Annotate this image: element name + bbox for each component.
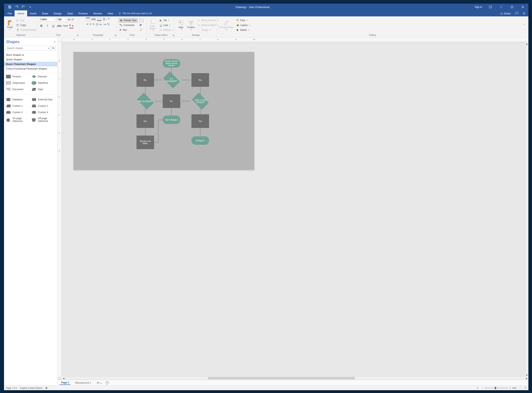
more-shapes[interactable]: More Shapes▶ [4,53,57,57]
shape-process-yes1[interactable]: Yes. [191,73,209,87]
drawing-page[interactable]: Should I put this battery into the charg… [73,52,254,170]
save-button[interactable] [8,5,12,9]
comments-button[interactable] [514,10,520,16]
quick-styles-button[interactable]: Quick Styles▾ [149,18,157,32]
connector[interactable] [171,68,172,73]
search-button[interactable] [51,46,56,51]
rotate-text[interactable]: ↻ [107,22,110,26]
delete-x-icon[interactable]: ✕ [139,23,143,27]
search-dropdown[interactable]: ▾ [47,46,50,51]
switch-windows-button[interactable]: ❐ [524,387,526,389]
shape-data[interactable]: Data [32,88,56,91]
tab-file[interactable]: File [5,10,15,16]
pointer-tool[interactable]: Pointer Tool [119,18,138,23]
collapse-shapes-pane[interactable]: < [54,40,55,43]
tab-design[interactable]: Design [51,10,64,16]
shape-terminator-start[interactable]: Should I put this battery into the charg… [163,59,180,68]
zoom-in-button[interactable]: + [509,386,511,390]
font-name-combo[interactable]: Calibri▾ [39,17,56,22]
connector[interactable] [145,108,146,114]
cut-button[interactable]: Cut [16,18,37,23]
effects-button[interactable]: Effects▾ [159,28,174,32]
shape-decision[interactable]: Decision [32,75,56,78]
edit-tool-icon[interactable] [139,28,142,31]
connector[interactable] [158,120,163,120]
redo-button[interactable] [21,5,26,9]
shape-subprocess[interactable]: Subprocess [6,81,30,85]
shape-process-no1[interactable]: No. [137,73,154,87]
underline-button[interactable]: U [51,24,56,28]
shape-custom-3[interactable]: Custom 3 [6,111,30,114]
stencil-basic-flowchart[interactable]: Basic Flowchart Shapes [4,62,57,66]
undo-button[interactable] [15,5,19,9]
maximize-button[interactable] [508,4,516,10]
font-color-button[interactable]: A▾ [69,24,73,28]
scroll-down[interactable]: ▾ [525,373,528,377]
add-page-button[interactable]: + [106,381,109,384]
increase-font-size[interactable]: A▴ [68,18,71,21]
shape-custom-1[interactable]: Custom 1 [6,104,30,108]
minimize-button[interactable] [497,4,506,10]
shape-database[interactable]: Database [6,98,30,101]
connector[interactable] [181,80,191,80]
tab-review[interactable]: Review [91,10,105,16]
find-button[interactable]: Find▾ [236,18,251,23]
shape-off-page-ref[interactable]: Off-page reference [32,117,56,123]
ribbon-display-options[interactable] [486,4,495,10]
shape-decision-rechargable[interactable]: Is it rechargable? [161,73,181,87]
text-tool[interactable]: AText [119,28,138,32]
scroll-left[interactable]: ◂ [62,377,65,380]
text-size-button[interactable]: A⁵ [108,17,110,21]
decrease-indent[interactable]: ⇤ [99,22,102,26]
shape-process-yes2[interactable]: Yes. [137,114,154,128]
collapse-ribbon-button[interactable]: ⌃ [522,24,527,27]
fill-button[interactable]: Fill▾ [159,18,174,23]
connector[interactable] [171,108,172,116]
strikethrough-button[interactable]: abc [57,24,62,28]
connector[interactable] [145,128,146,136]
page-tab-background[interactable]: VBackground-1 [73,381,93,385]
shape-process-decide[interactable]: Decide to be better. [137,136,154,149]
tab-home[interactable]: Home [15,10,27,16]
align-center[interactable]: ≡ [89,22,91,26]
italic-button[interactable]: I [45,24,49,28]
page-tab-all[interactable]: All ▴ [95,381,103,385]
language-indicator[interactable]: English (United States) [20,387,43,389]
shape-process-yes3[interactable]: Yes [191,114,209,128]
shape-decision-stupid[interactable]: Are you stupid? [135,94,155,108]
align-button[interactable]: Align▾ [177,20,185,31]
zoom-out-button[interactable]: − [481,386,483,390]
search-shapes-input[interactable] [6,46,51,51]
tab-view[interactable]: View [105,10,116,16]
shape-custom-2[interactable]: Custom 2 [32,104,56,108]
align-right[interactable]: ≡ [93,22,94,26]
shape-document[interactable]: Document [6,88,30,91]
connector[interactable] [200,128,200,136]
tab-draw[interactable]: Draw [39,10,51,16]
page-tab-1[interactable]: Page-1 [59,381,71,385]
share-button[interactable]: Share [499,10,512,16]
align-middle[interactable] [91,17,96,21]
paragraph-dialog-launcher[interactable]: ◢ [115,34,116,36]
bring-to-front-button[interactable]: Bring to Front▾ [197,18,220,23]
shape-external-data[interactable]: External Data [32,98,56,101]
scroll-right[interactable]: ▸ [525,377,528,380]
rectangle-tool[interactable] [139,19,143,22]
align-bottom[interactable] [97,17,101,21]
layers-button[interactable]: Layers▾ [236,23,251,27]
increase-indent[interactable]: ⇥ [103,22,106,26]
shape-custom-4[interactable]: Custom 4 [32,111,56,114]
connector[interactable] [200,87,200,94]
paste-button[interactable]: Paste▾ [6,20,15,31]
line-button[interactable]: Line▾ [159,23,174,27]
decrease-font-size[interactable]: A▾ [72,18,74,21]
change-shape-button[interactable]: Change Shape▾ [218,20,234,31]
connector[interactable] [180,101,190,101]
styles-dialog-launcher[interactable]: ◢ [172,34,174,36]
shape-terminator-charge[interactable]: Charge it! [191,136,209,145]
copy-button[interactable]: Copy [16,23,37,27]
font-size-combo[interactable]: 8pt.▾ [57,17,67,22]
shape-process-no2[interactable]: No. [163,94,180,108]
font-dialog-launcher[interactable]: ◢ [77,34,78,36]
vertical-scrollbar[interactable]: ▴ ▾ [525,42,528,377]
